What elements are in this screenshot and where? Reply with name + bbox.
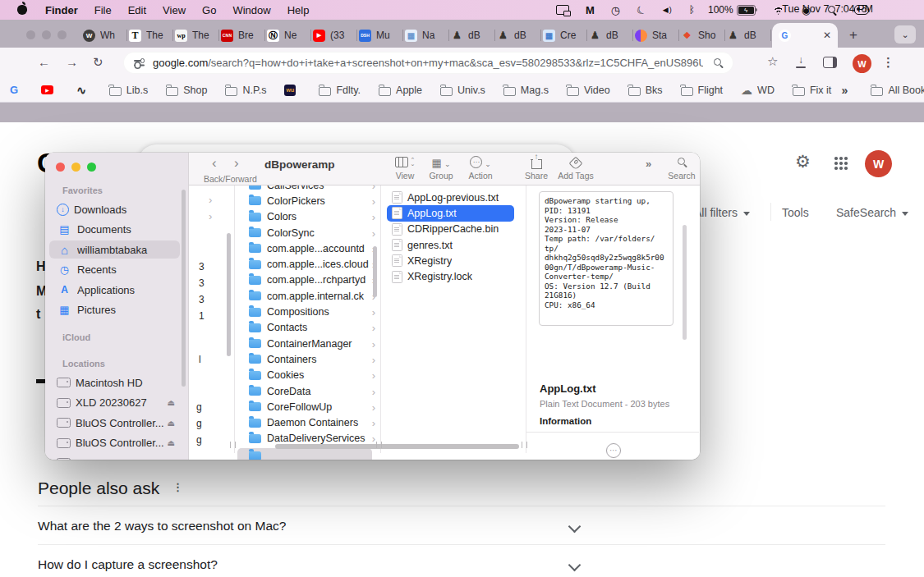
file-row[interactable]: genres.txt (387, 237, 514, 253)
bookmark-item[interactable] (10, 84, 23, 97)
downloads-icon[interactable] (795, 57, 807, 68)
column-resize-handle[interactable] (376, 442, 382, 448)
sidebar-item[interactable]: Downloads (49, 200, 180, 218)
sidebar-scrollbar[interactable] (182, 190, 186, 387)
folder-row[interactable]: ColorSync (234, 225, 380, 240)
column-divider[interactable] (234, 185, 235, 453)
all-filters-button[interactable]: All filters (694, 206, 750, 219)
folder-row[interactable]: CoreFollowUp (234, 399, 380, 414)
sidebar-item[interactable]: williambtabaka (49, 240, 180, 259)
more-ellipsis-icon[interactable] (606, 443, 621, 458)
bookmark-item[interactable] (76, 84, 91, 97)
bookmark-item[interactable] (41, 84, 58, 97)
folder-row[interactable]: ContainerManager (234, 336, 380, 351)
account-avatar[interactable]: W (865, 150, 892, 177)
sidebar-item[interactable]: Macintosh HD (49, 373, 180, 392)
browser-tab[interactable]: dB (586, 23, 632, 48)
close-window-button[interactable] (56, 163, 65, 172)
column-resize-handle[interactable] (230, 442, 236, 448)
menu-item[interactable]: Help (279, 1, 318, 19)
file-row[interactable]: AppLog.txt (387, 205, 514, 221)
menu-item[interactable]: Finder (37, 1, 86, 19)
browser-tab[interactable]: Sho (678, 23, 724, 48)
folder-row[interactable]: CoreData (234, 383, 380, 399)
bookmark-star-icon[interactable]: ☆ (767, 54, 778, 69)
status-item[interactable] (549, 5, 573, 15)
folder-row[interactable]: ColorPickers (234, 193, 380, 208)
forward-icon[interactable]: › (234, 155, 239, 172)
file-preview-thumbnail[interactable]: dBpoweramp starting up, PID: 13191 Versi… (539, 191, 673, 326)
safesearch-button[interactable]: SafeSearch (836, 206, 908, 219)
status-item[interactable] (578, 4, 599, 16)
browser-tab[interactable]: The (126, 23, 172, 48)
all-bookmarks[interactable]: All Bookmarks (871, 85, 924, 96)
forward-icon[interactable]: → (66, 55, 78, 69)
tab-overflow-button[interactable]: ⌄ (894, 25, 916, 44)
sidebar-item[interactable]: XLD 20230627 (49, 394, 180, 412)
paa-question[interactable]: How do I capture a screenshot? (38, 557, 885, 572)
folder-row[interactable]: Containers (234, 351, 380, 367)
action-button[interactable]: Action (454, 156, 507, 181)
sidebar-item[interactable]: BluOS Controller... (49, 434, 180, 452)
new-tab-button[interactable]: + (843, 25, 864, 46)
bookmark-item[interactable]: Fix it (793, 84, 831, 97)
add-tags-button[interactable]: Add Tags (549, 156, 602, 181)
folder-row[interactable]: com.apple.internal.ck (234, 288, 380, 304)
tools-button[interactable]: Tools (782, 206, 809, 219)
sidebar-item[interactable]: BluOS Controller... (49, 454, 180, 460)
bookmark-item[interactable] (284, 84, 301, 97)
sidebar-item[interactable]: Documents (49, 221, 180, 239)
folder-row[interactable]: Daemon Containers (234, 414, 380, 430)
status-item[interactable] (604, 4, 624, 16)
browser-tab[interactable]: Na (402, 23, 448, 48)
column-scrollbar[interactable] (227, 233, 231, 356)
reload-icon[interactable]: ↻ (93, 55, 103, 70)
bookmark-item[interactable]: Apple (379, 84, 422, 97)
bookmark-item[interactable]: Video (567, 84, 610, 97)
file-row[interactable]: CDRipperCache.bin (387, 222, 514, 237)
browser-tab[interactable]: dB (724, 23, 770, 48)
browser-tab[interactable]: dB (448, 23, 494, 48)
folder-row[interactable]: com.apple...accountd (234, 240, 380, 256)
folder-row[interactable]: com.apple...rchpartyd (234, 272, 380, 288)
active-tab[interactable]: ✕ (772, 23, 838, 48)
file-row[interactable]: XRegistry (387, 253, 514, 268)
bookmark-item[interactable]: Flight (681, 84, 724, 97)
google-apps-grid-icon[interactable] (834, 157, 848, 170)
browser-tab[interactable]: Cre (540, 23, 586, 48)
browser-tab[interactable]: (33 (310, 23, 356, 48)
folder-row[interactable]: Compositions (234, 304, 380, 319)
paa-question[interactable]: What are the 2 ways to screenshot on Mac… (38, 519, 885, 533)
side-panel-icon[interactable] (823, 57, 837, 68)
browser-tab[interactable]: Mu (356, 23, 402, 48)
column-divider[interactable] (526, 185, 526, 453)
horizontal-scrollbar[interactable] (275, 444, 519, 449)
browser-tab[interactable]: Bre (218, 23, 264, 48)
menu-item[interactable]: View (154, 1, 194, 19)
site-settings-icon[interactable] (134, 58, 145, 68)
bookmark-item[interactable]: Mag.s (503, 84, 549, 97)
folder-row[interactable]: Colors (234, 209, 380, 225)
menu-bar-clock[interactable]: Tue Nov 7 7:04 PM (782, 3, 873, 15)
bookmark-item[interactable]: WD (741, 84, 775, 97)
bookmarks-overflow-icon[interactable]: » (842, 84, 848, 97)
menu-item[interactable]: Window (224, 1, 278, 19)
browser-menu-icon[interactable]: ⋮ (882, 55, 894, 70)
bookmark-item[interactable]: Univ.s (440, 84, 485, 97)
zoom-window-button[interactable] (57, 30, 67, 39)
status-item[interactable] (682, 4, 699, 16)
menu-item[interactable]: Edit (120, 1, 154, 19)
bookmark-item[interactable]: Fdlty. (319, 84, 361, 97)
zoom-lens-icon[interactable] (713, 57, 724, 68)
browser-tab[interactable]: dB (494, 23, 540, 48)
status-item[interactable]: 100% (704, 4, 760, 16)
minimize-window-button[interactable] (71, 163, 80, 172)
status-item[interactable] (655, 6, 677, 14)
column-divider[interactable] (380, 185, 381, 453)
close-window-button[interactable] (26, 30, 35, 39)
paa-menu-icon[interactable]: ⋮ (172, 481, 183, 493)
profile-avatar[interactable]: W (853, 54, 871, 73)
file-row[interactable]: XRegistry.lock (387, 268, 514, 284)
menu-item[interactable]: File (86, 1, 120, 19)
sidebar-item[interactable]: Recents (49, 261, 180, 279)
